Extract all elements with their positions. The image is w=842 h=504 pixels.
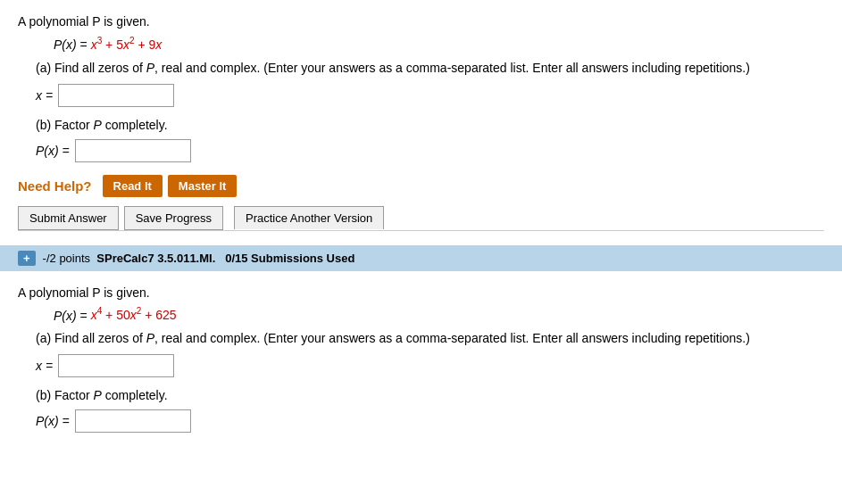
section2-px-input[interactable] (75, 409, 191, 433)
section1-action-row: Submit Answer Save Progress Practice Ano… (18, 206, 824, 231)
section2-poly-expr: x4 + 50x2 + 625 (91, 308, 177, 322)
expand-button[interactable]: + (18, 251, 36, 266)
master-it-button[interactable]: Master It (168, 175, 237, 197)
section1-need-help-row: Need Help? Read It Master It (18, 175, 824, 197)
section1-poly-label: P(x) (54, 37, 77, 52)
course-code: SPreCalc7 3.5.011.MI. (96, 252, 215, 265)
section1-x-label: x = (36, 88, 53, 103)
section1-poly-expr: x3 + 5x2 + 9x (91, 37, 163, 52)
section1-part-b-label: (b) Factor P completely. (36, 118, 824, 132)
section2-x-row: x = (36, 354, 824, 377)
section1-intro: A polynomial P is given. (18, 14, 824, 29)
section2-px-row: P(x) = (36, 409, 824, 433)
section1-x-input[interactable] (58, 84, 174, 107)
section2-part-a-instruction: (a) Find all zeros of P, real and comple… (36, 331, 824, 345)
submissions-text (219, 252, 222, 265)
submissions-used: 0/15 Submissions Used (225, 252, 354, 265)
section2-part-b-label: (b) Factor P completely. (36, 388, 824, 402)
save-progress-button[interactable]: Save Progress (124, 206, 223, 230)
section2-intro: A polynomial P is given. (18, 285, 824, 300)
section-divider: + -/2 points SPreCalc7 3.5.011.MI. 0/15 … (0, 245, 842, 271)
section1-polynomial: P(x) = x3 + 5x2 + 9x (54, 36, 824, 52)
section-2: A polynomial P is given. P(x) = x4 + 50x… (0, 271, 842, 455)
section2-polynomial: P(x) = x4 + 50x2 + 625 (54, 307, 824, 323)
points-prefix: -/2 points (43, 252, 94, 265)
points-info: -/2 points SPreCalc7 3.5.011.MI. 0/15 Su… (43, 252, 355, 265)
section2-x-label: x = (36, 359, 53, 373)
practice-another-version-button[interactable]: Practice Another Version (234, 206, 384, 229)
section-1: A polynomial P is given. P(x) = x3 + 5x2… (0, 0, 842, 245)
need-help-text: Need Help? (18, 178, 92, 194)
section1-px-input[interactable] (75, 139, 191, 162)
section1-px-row: P(x) = (36, 139, 824, 162)
section1-px-label: P(x) = (36, 144, 70, 158)
section2-poly-label: P(x) (54, 308, 77, 322)
section2-x-input[interactable] (58, 354, 174, 377)
section1-x-row: x = (36, 84, 824, 107)
section2-px-label: P(x) = (36, 414, 70, 428)
read-it-button[interactable]: Read It (103, 175, 163, 197)
section1-part-a-instruction: (a) Find all zeros of P, real and comple… (36, 61, 824, 75)
submit-answer-button[interactable]: Submit Answer (18, 206, 119, 230)
